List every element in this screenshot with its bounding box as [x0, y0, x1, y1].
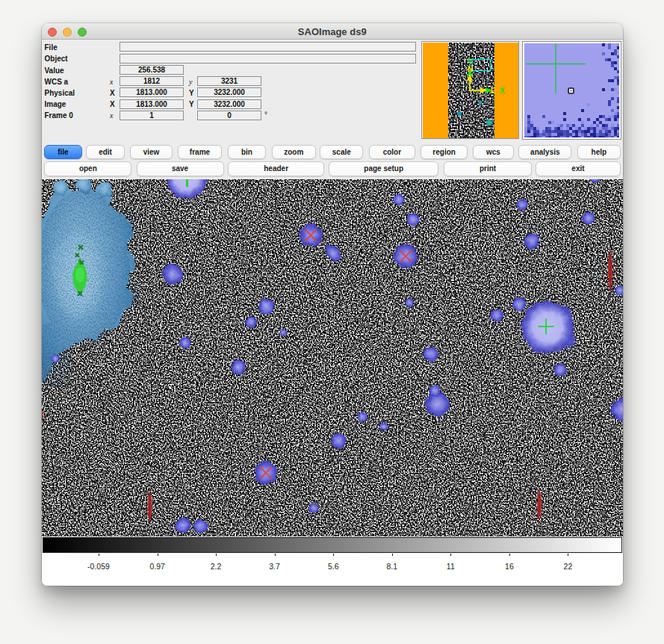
- svg-text:E: E: [491, 87, 496, 95]
- svg-text:X: X: [500, 87, 505, 95]
- svg-text:N: N: [468, 65, 473, 73]
